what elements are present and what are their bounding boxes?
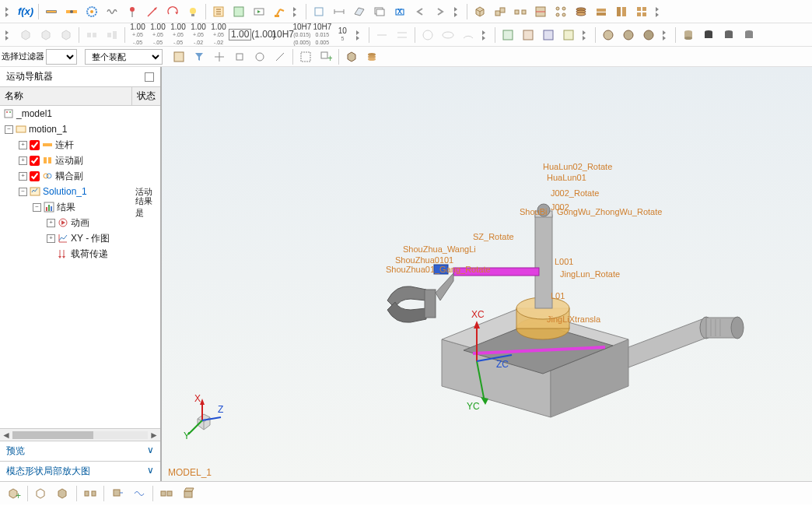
tree-anim[interactable]: + 动画 xyxy=(0,215,160,230)
expand-icon[interactable]: + xyxy=(47,234,55,243)
more-icon[interactable] xyxy=(354,24,365,46)
filter-icon-4[interactable] xyxy=(230,47,249,66)
tol-4[interactable]: 1.00+.05 -.02 xyxy=(188,23,208,47)
tol-7[interactable]: (1.00) xyxy=(251,30,271,39)
box1-icon[interactable] xyxy=(16,26,35,44)
preview-section[interactable]: 预览∨ xyxy=(0,441,160,461)
constraint-icon[interactable] xyxy=(81,484,100,503)
align1-icon[interactable] xyxy=(82,26,101,44)
nav-scrollbar-h[interactable]: ◄ ► xyxy=(0,428,160,441)
assy3-icon[interactable] xyxy=(539,26,558,44)
col-state-header[interactable]: 状态 xyxy=(132,87,160,105)
cyl4-icon[interactable] xyxy=(740,26,758,44)
assy4-icon[interactable] xyxy=(559,26,578,44)
tol-9[interactable]: 10H7(0.015) (0.005) xyxy=(292,23,312,47)
fx-icon[interactable]: f(x) xyxy=(16,2,35,21)
tol-2[interactable]: 1.00+.05 -.05 xyxy=(148,23,168,47)
expand-icon[interactable]: + xyxy=(19,172,27,181)
tree-couple[interactable]: + 耦合副 xyxy=(0,168,160,184)
cyl2-icon[interactable] xyxy=(699,26,718,44)
arc-icon[interactable] xyxy=(459,26,478,44)
filter-icon-3[interactable] xyxy=(210,47,229,66)
cyl1-icon[interactable] xyxy=(679,26,698,44)
layer-icon[interactable] xyxy=(370,2,389,21)
col-name-header[interactable]: 名称 xyxy=(0,87,132,105)
torque-icon[interactable] xyxy=(163,2,182,21)
filter-icon-6[interactable] xyxy=(271,47,289,66)
tree-link[interactable]: + 连杆 xyxy=(0,137,160,153)
dim-icon[interactable] xyxy=(330,2,348,21)
link-checkbox[interactable] xyxy=(30,140,40,150)
filter-icon-2[interactable] xyxy=(190,47,208,66)
spring-icon[interactable] xyxy=(103,2,121,21)
tol-10[interactable]: 10H70.015 0.005 xyxy=(312,23,332,47)
more-icon[interactable] xyxy=(3,1,14,23)
sel-box-icon[interactable] xyxy=(342,47,361,66)
more-icon[interactable] xyxy=(3,24,14,46)
add-comp-icon[interactable]: + xyxy=(5,484,23,503)
note-icon[interactable]: x xyxy=(390,2,409,21)
box2-icon[interactable] xyxy=(37,26,55,44)
tol-8[interactable]: 10H7 xyxy=(271,30,292,39)
collapse-icon[interactable]: − xyxy=(5,125,13,134)
tol-11[interactable]: 105 xyxy=(332,27,352,43)
robot-arm-icon[interactable] xyxy=(270,2,289,21)
sel-plus-icon[interactable]: + xyxy=(317,47,335,66)
pattern-icon[interactable] xyxy=(551,2,570,21)
more-icon[interactable] xyxy=(660,24,671,46)
open-box-icon[interactable] xyxy=(179,484,198,503)
cubes-icon[interactable] xyxy=(491,2,509,21)
wave-icon[interactable] xyxy=(130,484,149,503)
sel-rect-icon[interactable] xyxy=(296,47,315,66)
modal-section[interactable]: 模态形状局部放大图∨ xyxy=(0,461,160,481)
circle-icon[interactable] xyxy=(418,26,437,44)
scroll-thumb[interactable] xyxy=(12,431,93,439)
expand-icon[interactable]: + xyxy=(47,219,55,227)
assembly-select[interactable]: 整个装配 xyxy=(85,49,163,65)
results-icon[interactable] xyxy=(229,2,248,21)
more-icon[interactable] xyxy=(580,24,591,46)
disc2-icon[interactable] xyxy=(619,26,638,44)
tol-3[interactable]: 1.00+.05 -.05 xyxy=(168,23,188,47)
cyl3-icon[interactable] xyxy=(719,26,738,44)
tree-load[interactable]: 载荷传递 xyxy=(0,246,160,262)
couple-checkbox[interactable] xyxy=(30,171,40,181)
marker-icon[interactable] xyxy=(123,2,142,21)
vector-icon[interactable] xyxy=(143,2,162,21)
box3-icon[interactable] xyxy=(57,26,75,44)
scroll-right-icon[interactable]: ► xyxy=(148,430,160,441)
anim-icon[interactable] xyxy=(250,2,268,21)
joint-icon[interactable] xyxy=(62,2,81,21)
dim3-icon[interactable] xyxy=(393,26,411,44)
ellipse-icon[interactable] xyxy=(439,26,457,44)
viewport-3d[interactable]: XC YC ZC HuaLun02_Rotate HuaLun01 J002_R… xyxy=(162,67,812,481)
assy1-icon[interactable] xyxy=(499,26,517,44)
arrow-right-icon[interactable] xyxy=(431,2,450,21)
move-comp-icon[interactable] xyxy=(108,484,127,503)
navigator-tree[interactable]: _model1 − motion_1 + 连杆 + 运动副 + xyxy=(0,106,160,428)
filter-icon-5[interactable] xyxy=(250,47,269,66)
gear-icon[interactable] xyxy=(82,2,101,21)
solve-icon[interactable] xyxy=(209,2,228,21)
disc1-icon[interactable] xyxy=(599,26,618,44)
link-icon[interactable] xyxy=(42,2,61,21)
view-triad[interactable]: X Y Z xyxy=(179,394,226,441)
more-icon[interactable] xyxy=(291,1,302,23)
arrow-left-icon[interactable] xyxy=(411,2,429,21)
filter-icon-1[interactable] xyxy=(170,47,188,66)
sel-layer-icon[interactable] xyxy=(362,47,381,66)
more-icon[interactable] xyxy=(653,1,664,23)
tree-motion[interactable]: − motion_1 xyxy=(0,121,160,137)
shade-icon[interactable] xyxy=(54,484,72,503)
section-icon[interactable] xyxy=(531,2,550,21)
vstack-icon[interactable] xyxy=(612,2,631,21)
pin-icon[interactable] xyxy=(145,72,154,82)
wire-icon[interactable] xyxy=(32,484,51,503)
layers-icon[interactable] xyxy=(572,2,590,21)
more-icon[interactable] xyxy=(480,24,491,46)
assy2-icon[interactable] xyxy=(519,26,537,44)
joint-checkbox[interactable] xyxy=(30,156,40,166)
collapse-icon[interactable]: − xyxy=(19,188,27,196)
tol-6[interactable]: 1.00 xyxy=(229,29,251,40)
expand-icon[interactable]: + xyxy=(19,156,27,165)
